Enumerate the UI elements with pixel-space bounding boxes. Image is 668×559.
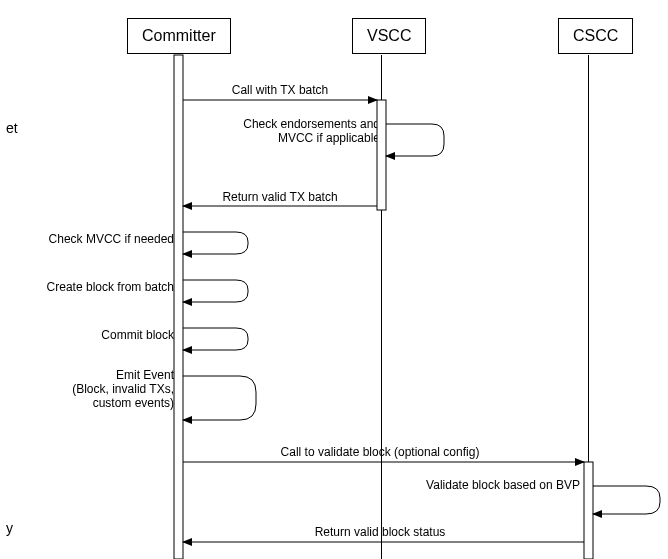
msg-emit-event: Emit Event (Block, invalid TXs, custom e… [0,368,174,410]
lifeline-committer [178,55,179,559]
lifeline-vscc [381,55,382,559]
sequence-diagram: { "participants": { "committer": "Commit… [0,0,668,559]
participant-vscc-label: VSCC [367,27,411,44]
msg-call-validate-block: Call to validate block (optional config) [200,445,560,459]
cropped-text-2: y [6,520,13,536]
msg-create-block: Create block from batch [0,280,174,294]
msg-check-endorsements: Check endorsements and MVCC if applicabl… [218,117,380,145]
msg-return-valid-tx: Return valid TX batch [200,190,360,204]
participant-cscc: CSCC [558,18,633,54]
participant-committer-label: Committer [142,27,216,44]
participant-committer: Committer [127,18,231,54]
lifeline-cscc [588,55,589,559]
cropped-text-1: et [6,120,18,136]
participant-vscc: VSCC [352,18,426,54]
msg-commit-block: Commit block [0,328,174,342]
msg-validate-bvp: Validate block based on BVP [400,478,580,492]
msg-check-mvcc: Check MVCC if needed [0,232,174,246]
msg-call-tx-batch: Call with TX batch [200,83,360,97]
participant-cscc-label: CSCC [573,27,618,44]
msg-return-block-status: Return valid block status [200,525,560,539]
